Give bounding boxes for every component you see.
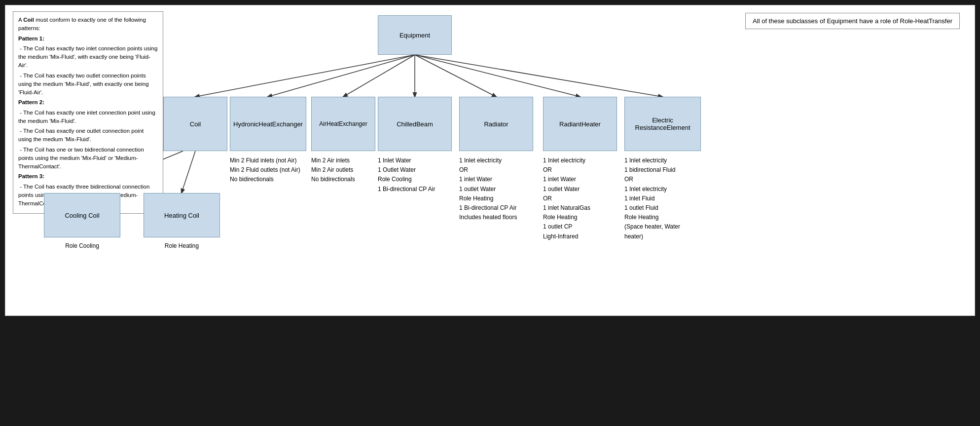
diagram-area: A Coil must conform to exactly one of th… (5, 5, 975, 316)
node-coolingcoil[interactable]: Cooling Coil (44, 193, 120, 237)
desc-electric: 1 Inlet electricity1 bidirectional Fluid… (624, 156, 703, 241)
node-electric[interactable]: Electric ResistanceElement (624, 97, 701, 151)
desc-chilledbeam: 1 Inlet Water1 Outlet WaterRole Cooling1… (378, 156, 454, 194)
svg-line-8 (181, 151, 195, 193)
node-radiator[interactable]: Radiator (459, 97, 533, 151)
desc-heatingcoil: Role Heating (144, 241, 220, 251)
desc-hydronic: Min 2 Fluid inlets (not Air)Min 2 Fluid … (230, 156, 309, 185)
svg-line-4 (415, 55, 496, 97)
svg-line-5 (415, 55, 580, 97)
node-chilledbeam[interactable]: ChilledBeam (378, 97, 452, 151)
node-hydronic[interactable]: HydronicHeatExchanger (230, 97, 306, 151)
svg-line-2 (343, 55, 415, 97)
node-air[interactable]: AirHeatExchanger (311, 97, 375, 151)
svg-line-6 (415, 55, 662, 97)
node-equipment[interactable]: Equipment (378, 15, 452, 55)
desc-radiantheater: 1 Inlet electricityOR1 inlet Water1 outl… (543, 156, 622, 241)
node-radiantheater[interactable]: RadiantHeater (543, 97, 617, 151)
desc-coolingcoil: Role Cooling (44, 241, 120, 251)
desc-air: Min 2 Air inletsMin 2 Air outletsNo bidi… (311, 156, 378, 185)
node-heatingcoil[interactable]: Heating Coil (144, 193, 220, 237)
info-box: A Coil must conform to exactly one of th… (13, 11, 163, 214)
desc-radiator: 1 Inlet electricityOR1 inlet Water1 outl… (459, 156, 538, 222)
annotation-box: All of these subclasses of Equipment hav… (745, 13, 960, 29)
svg-line-1 (268, 55, 415, 97)
svg-line-0 (195, 55, 415, 97)
node-coil[interactable]: Coil (163, 97, 227, 151)
